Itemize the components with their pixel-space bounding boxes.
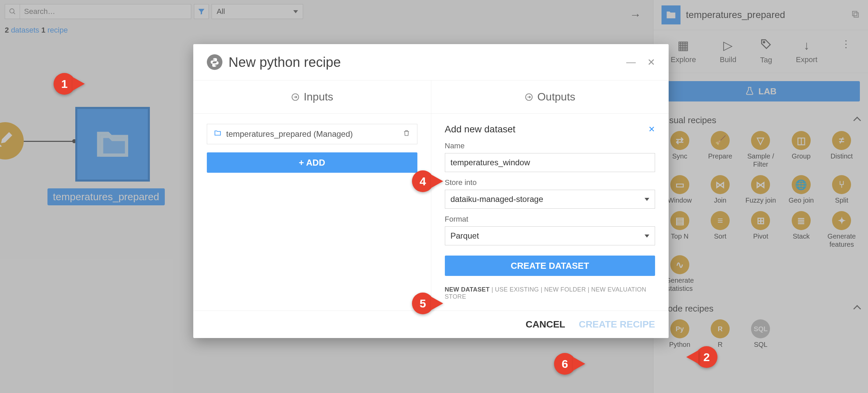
modal-title: New python recipe [229, 55, 615, 70]
create-dataset-button[interactable]: CREATE DATASET [445, 256, 655, 276]
dataset-name-input[interactable] [445, 153, 655, 172]
callout-1: 1 [54, 73, 85, 95]
store-value: dataiku-managed-storage [451, 194, 544, 204]
inputs-column: Inputs temperatures_prepared (Managed) +… [193, 80, 431, 311]
minimize-icon[interactable]: — [626, 57, 636, 68]
modal-footer: CANCEL CREATE RECIPE [193, 311, 669, 338]
inputs-heading: Inputs [304, 91, 333, 103]
input-dataset-name: temperatures_prepared (Managed) [226, 129, 353, 139]
store-field-label: Store into [445, 178, 655, 187]
folder-icon [214, 129, 221, 139]
trash-icon[interactable] [403, 129, 410, 139]
new-dataset-link[interactable]: NEW DATASET [445, 286, 490, 293]
use-existing-link[interactable]: USE EXISTING [495, 286, 539, 293]
output-type-links: NEW DATASET | USE EXISTING | NEW FOLDER … [445, 286, 655, 300]
python-icon [207, 54, 222, 70]
new-folder-link[interactable]: NEW FOLDER [544, 286, 586, 293]
callout-2: 2 [686, 346, 717, 368]
name-field-label: Name [445, 142, 655, 150]
cancel-button[interactable]: CANCEL [526, 319, 565, 330]
format-field-label: Format [445, 215, 655, 224]
callout-5: 5 [412, 293, 443, 314]
caret-down-icon [645, 198, 649, 201]
close-icon[interactable]: ✕ [647, 57, 655, 68]
callout-6: 6 [554, 353, 585, 375]
format-select[interactable]: Parquet [445, 226, 655, 245]
outputs-column: Outputs Add new dataset ✕ Name Store int… [431, 80, 669, 311]
callout-4: 4 [412, 170, 443, 192]
add-input-button[interactable]: + ADD [207, 152, 417, 173]
outputs-heading: Outputs [537, 91, 575, 103]
input-dataset-item: temperatures_prepared (Managed) [207, 124, 417, 144]
create-recipe-button[interactable]: CREATE RECIPE [579, 319, 655, 330]
modal-header: New python recipe — ✕ [193, 44, 669, 80]
caret-down-icon [645, 235, 649, 238]
format-value: Parquet [451, 231, 479, 241]
add-new-dataset-heading: Add new dataset [445, 124, 516, 135]
store-into-select[interactable]: dataiku-managed-storage [445, 190, 655, 209]
close-output-icon[interactable]: ✕ [648, 125, 655, 134]
